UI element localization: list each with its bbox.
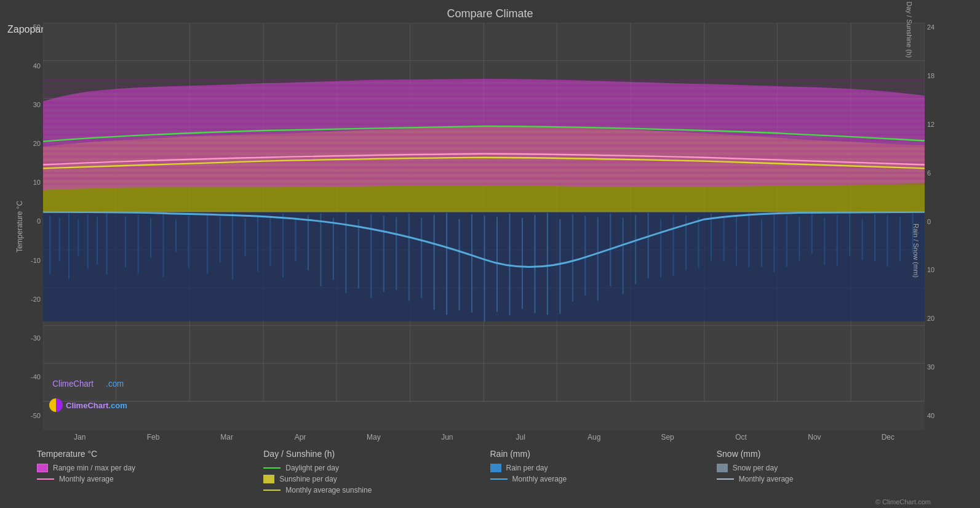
month-feb: Feb xyxy=(116,433,189,441)
svg-rect-116 xyxy=(43,183,925,185)
svg-rect-62 xyxy=(484,216,485,321)
svg-rect-109 xyxy=(43,144,925,147)
month-oct: Oct xyxy=(704,433,778,441)
svg-rect-39 xyxy=(188,216,189,268)
month-dec: Dec xyxy=(851,433,925,441)
svg-rect-49 xyxy=(320,214,321,286)
svg-rect-31 xyxy=(87,214,89,269)
logo-text-bottom: ClimeChart.com xyxy=(66,401,127,410)
month-jul: Jul xyxy=(484,433,557,441)
chart-main: ClimeChart .com ClimeChart.com xyxy=(43,23,925,430)
line-sunshine-avg xyxy=(263,490,281,491)
legend-item-sunshine-swatch: Sunshine per day xyxy=(263,475,490,483)
svg-rect-50 xyxy=(333,218,334,280)
x-spacer-right xyxy=(925,430,974,444)
svg-rect-103 xyxy=(43,111,925,115)
svg-rect-41 xyxy=(220,217,221,262)
svg-rect-28 xyxy=(59,218,60,262)
legend-label-snow: Snow per day xyxy=(733,464,778,472)
tick-0: 0 xyxy=(37,218,41,225)
line-rain-avg xyxy=(490,478,508,480)
svg-rect-70 xyxy=(584,216,586,296)
svg-rect-115 xyxy=(43,177,925,180)
svg-rect-36 xyxy=(150,218,151,258)
svg-rect-76 xyxy=(660,219,661,278)
svg-rect-97 xyxy=(43,79,925,82)
legend-area: Temperature °C Range min / max per day M… xyxy=(0,444,980,497)
svg-rect-35 xyxy=(138,215,139,273)
y-axis-right-ticks: 24 18 12 6 0 10 20 30 40 xyxy=(925,23,974,430)
swatch-rain xyxy=(490,464,501,472)
legend-item-sunshine-avg: Monthly average sunshine xyxy=(263,486,490,494)
y-axis-left-ticks: 50 40 30 20 10 0 -10 -20 -30 -40 -50 xyxy=(6,23,43,430)
svg-rect-47 xyxy=(295,218,296,262)
month-nov: Nov xyxy=(778,433,851,441)
svg-rect-27 xyxy=(49,216,50,274)
y-axis-right: Day / Sunshine (h) Rain / Snow (mm) 24 1… xyxy=(925,23,974,430)
svg-rect-48 xyxy=(308,215,309,270)
svg-rect-61 xyxy=(471,214,472,313)
svg-rect-34 xyxy=(125,216,126,267)
svg-rect-30 xyxy=(78,219,79,256)
svg-rect-113 xyxy=(43,166,925,169)
svg-rect-86 xyxy=(786,216,787,267)
svg-rect-83 xyxy=(748,213,749,268)
r-tick-6: 6 xyxy=(927,170,931,177)
svg-rect-77 xyxy=(673,214,674,276)
x-axis-ticks: Jan Feb Mar Apr May Jun Jul Aug Sep Oct … xyxy=(43,430,925,444)
legend-label-sunshine-avg: Monthly average sunshine xyxy=(285,486,372,494)
legend-item-daylight: Daylight per day xyxy=(263,464,490,472)
svg-rect-88 xyxy=(811,214,813,254)
legend-item-snow-avg: Monthly average xyxy=(717,475,943,483)
svg-rect-108 xyxy=(43,139,925,142)
svg-rect-110 xyxy=(43,150,925,153)
svg-rect-55 xyxy=(396,217,397,290)
svg-rect-82 xyxy=(736,215,737,266)
svg-rect-81 xyxy=(723,218,724,262)
svg-rect-33 xyxy=(106,213,107,275)
svg-rect-74 xyxy=(635,215,636,284)
svg-rect-60 xyxy=(459,219,460,310)
r-tick-20: 20 xyxy=(927,315,934,322)
svg-rect-101 xyxy=(43,102,925,105)
r-tick-18: 18 xyxy=(927,73,934,79)
svg-rect-73 xyxy=(623,218,624,294)
svg-rect-68 xyxy=(559,219,560,314)
svg-rect-37 xyxy=(162,214,164,278)
svg-text:ClimeChart: ClimeChart xyxy=(52,378,93,389)
line-daylight xyxy=(263,467,281,469)
r-tick-40: 40 xyxy=(927,413,934,419)
r-tick-30: 30 xyxy=(927,364,934,371)
legend-col-sunshine: Day / Sunshine (h) Daylight per day Suns… xyxy=(263,449,490,494)
svg-rect-42 xyxy=(232,213,233,280)
month-apr: Apr xyxy=(263,433,337,441)
svg-rect-99 xyxy=(43,90,925,93)
legend-item-snow-swatch: Snow per day xyxy=(717,464,943,472)
svg-rect-29 xyxy=(68,214,70,279)
svg-rect-63 xyxy=(496,217,498,312)
chart-svg: ClimeChart .com xyxy=(43,23,925,430)
legend-col-snow: Snow (mm) Snow per day Monthly average xyxy=(717,449,943,494)
legend-header-snow: Snow (mm) xyxy=(717,449,943,459)
chart-title: Compare Climate xyxy=(0,0,980,23)
legend-item-rain-avg: Monthly average xyxy=(490,475,717,483)
svg-rect-66 xyxy=(534,215,535,313)
month-may: May xyxy=(337,433,410,441)
svg-rect-38 xyxy=(175,219,177,252)
svg-rect-32 xyxy=(97,217,98,265)
y-axis-temp-label: Temperature °C xyxy=(15,201,24,252)
copyright: © ClimeChart.com xyxy=(0,497,980,508)
month-aug: Aug xyxy=(557,433,631,441)
tick-20: 20 xyxy=(33,140,41,147)
svg-rect-52 xyxy=(358,219,359,288)
r-tick-12: 12 xyxy=(927,121,934,128)
legend-label-temp-range: Range min / max per day xyxy=(53,464,135,472)
tick-neg50: -50 xyxy=(31,413,41,419)
x-spacer-left xyxy=(6,430,43,444)
y-axis-sunshine-label: Day / Sunshine (h) xyxy=(905,1,912,57)
y-axis-rain-snow-label: Rain / Snow (mm) xyxy=(912,224,920,278)
svg-text:.com: .com xyxy=(106,378,124,389)
swatch-snow xyxy=(717,464,728,472)
x-axis-area: Jan Feb Mar Apr May Jun Jul Aug Sep Oct … xyxy=(6,430,974,444)
legend-col-rain: Rain (mm) Rain per day Monthly average xyxy=(490,449,717,494)
